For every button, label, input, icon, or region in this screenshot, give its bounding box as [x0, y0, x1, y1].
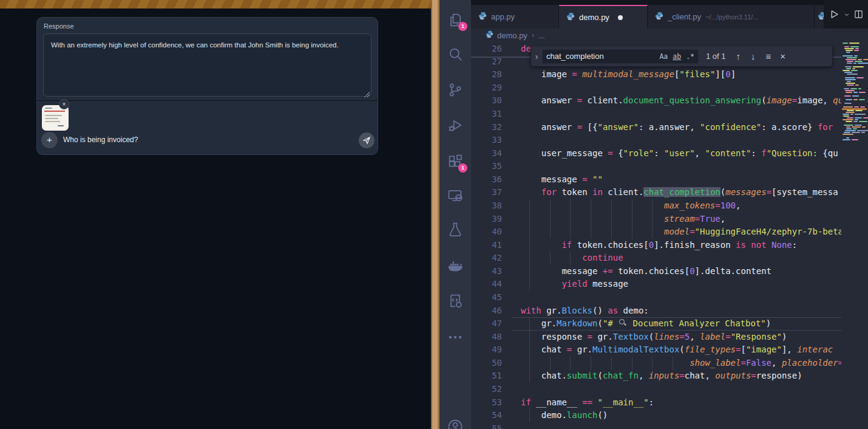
code-line[interactable]: 41 if token.choices[0].finish_reason is …	[471, 239, 841, 252]
code-line[interactable]: 39 stream=True,	[471, 213, 841, 226]
textarea-resize-handle[interactable]	[364, 92, 370, 97]
code-line[interactable]: 47 gr.Markdown("# Document Analyzer Chat…	[471, 317, 841, 331]
match-case-button[interactable]: Aa	[659, 52, 668, 61]
response-textarea[interactable]	[43, 33, 371, 97]
docker-icon[interactable]	[447, 257, 464, 274]
code-line[interactable]: 42 continue	[471, 252, 841, 265]
line-number: 33	[471, 134, 502, 147]
remote-explorer-icon[interactable]	[447, 187, 464, 204]
line-number: 55	[471, 422, 502, 429]
snippets-gear-icon[interactable]	[447, 292, 464, 309]
code-line[interactable]: 54 demo.launch()	[471, 409, 841, 422]
tab-demo-py[interactable]: demo.py	[559, 5, 648, 29]
send-button[interactable]	[359, 132, 375, 148]
line-number: 30	[471, 94, 502, 108]
line-number: 26	[471, 42, 502, 55]
source-control-icon[interactable]	[447, 81, 464, 98]
line-number: 43	[471, 265, 502, 278]
line-number: 54	[471, 409, 502, 422]
explorer-icon[interactable]: 1	[447, 12, 464, 29]
line-number: 49	[471, 343, 502, 357]
code-line[interactable]: 30 answer = client.document_question_ans…	[471, 94, 841, 108]
code-line[interactable]: 35	[471, 160, 841, 173]
tab-client-py[interactable]: _client.py ~/.../python3.11/...	[648, 5, 815, 29]
code-line[interactable]: 50 show_label=False, placeholder=	[471, 357, 841, 370]
tab-label: demo.py	[579, 13, 609, 22]
line-number: 36	[471, 173, 502, 187]
breadcrumb-file[interactable]: demo.py	[497, 31, 527, 40]
code-line[interactable]: 33	[471, 134, 841, 147]
editor-actions	[824, 0, 868, 29]
tab-partial[interactable]	[815, 5, 824, 29]
code-line[interactable]: 53if __name__ == "__main__":	[471, 396, 841, 410]
find-widget: › chat_completion Aa ab .* 1 of 1 ↑ ↓ ≡ …	[531, 46, 833, 67]
line-number: 40	[471, 225, 502, 239]
more-icon[interactable]	[447, 329, 464, 346]
next-match-button[interactable]: ↓	[751, 51, 756, 61]
magnifier-emoji-icon	[619, 319, 626, 326]
breadcrumb-rest[interactable]: ...	[538, 31, 545, 40]
line-number: 51	[471, 369, 502, 383]
breadcrumb[interactable]: demo.py › ...	[471, 29, 868, 42]
code-line[interactable]: 37 for token in client.chat_completion(m…	[471, 186, 841, 199]
search-icon[interactable]	[447, 46, 464, 63]
code-line[interactable]: 32 answer = [{"answer": a.answer, "confi…	[471, 121, 841, 134]
account-icon[interactable]	[447, 418, 464, 429]
split-editor-button[interactable]	[854, 10, 863, 19]
thumbnail-red-line	[44, 111, 65, 112]
gradio-app-window: Response × + Who is being invoiced?	[0, 0, 431, 429]
tab-app-py[interactable]: app.py	[471, 5, 559, 29]
screenshot-stage: Response × + Who is being invoiced?	[0, 0, 868, 429]
testing-icon[interactable]	[447, 221, 464, 238]
line-number: 35	[471, 160, 502, 173]
code-line[interactable]: 43 message += token.choices[0].delta.con…	[471, 265, 841, 278]
find-query-text[interactable]: chat_completion	[546, 52, 654, 61]
minimap[interactable]	[841, 29, 868, 429]
gradio-panel: Response × + Who is being invoiced?	[36, 17, 378, 155]
find-toggle-replace-chevron[interactable]: ›	[531, 52, 542, 61]
code-line[interactable]: 29	[471, 81, 841, 95]
code-line[interactable]: 36 message = ""	[471, 173, 841, 187]
code-line[interactable]: 52	[471, 383, 841, 396]
whole-word-button[interactable]: ab	[673, 52, 681, 61]
code-line[interactable]: 38 max_tokens=100,	[471, 199, 841, 213]
code-line[interactable]: 48 response = gr.Textbox(lines=5, label=…	[471, 331, 841, 344]
close-find-button[interactable]: ×	[780, 51, 785, 61]
add-file-button[interactable]: +	[41, 132, 58, 148]
run-dropdown-chevron-icon[interactable]	[844, 12, 850, 18]
python-file-icon	[818, 12, 824, 22]
code-line[interactable]: 51 chat.submit(chat_fn, inputs=chat, out…	[471, 369, 841, 383]
line-number: 52	[471, 383, 502, 396]
response-label: Response	[44, 22, 74, 30]
extensions-icon[interactable]: 1	[447, 153, 464, 170]
chat-input[interactable]: Who is being invoiced?	[63, 136, 138, 144]
code-line[interactable]: 46with gr.Blocks() as demo:	[471, 304, 841, 318]
browser-titlebar	[0, 0, 431, 9]
previous-match-button[interactable]: ↑	[736, 51, 741, 61]
line-number: 37	[471, 186, 502, 199]
code-line[interactable]: 40 model="HuggingFaceH4/zephyr-7b-beta	[471, 225, 841, 239]
breadcrumb-separator: ›	[532, 31, 534, 39]
window-divider	[431, 0, 439, 429]
run-debug-icon[interactable]	[447, 117, 464, 134]
run-python-file-button[interactable]	[829, 9, 839, 19]
code-line[interactable]: 49 chat = gr.MultimodalTextbox(file_type…	[471, 343, 841, 357]
remove-attachment-button[interactable]: ×	[59, 99, 69, 109]
line-number: 45	[471, 291, 502, 304]
find-input[interactable]: chat_completion Aa ab .*	[542, 49, 699, 64]
code-line[interactable]: 34 user_message = {"role": "user", "cont…	[471, 147, 841, 160]
code-line[interactable]: 28 image = multimodal_message["files"][0…	[471, 68, 841, 81]
tab-label: _client.py	[668, 12, 701, 21]
find-in-selection-button[interactable]: ≡	[766, 51, 771, 61]
panel-divider	[37, 100, 378, 101]
tab-label: app.py	[491, 12, 515, 21]
python-file-icon	[566, 12, 575, 22]
line-number: 32	[471, 121, 502, 134]
unsaved-indicator-dot[interactable]	[618, 15, 623, 20]
code-line[interactable]: 45	[471, 291, 841, 304]
regex-button[interactable]: .*	[686, 52, 694, 61]
line-number: 47	[471, 317, 502, 331]
code-line[interactable]: 31	[471, 108, 841, 121]
code-line[interactable]: 55	[471, 422, 841, 429]
code-line[interactable]: 44 yield message	[471, 278, 841, 291]
